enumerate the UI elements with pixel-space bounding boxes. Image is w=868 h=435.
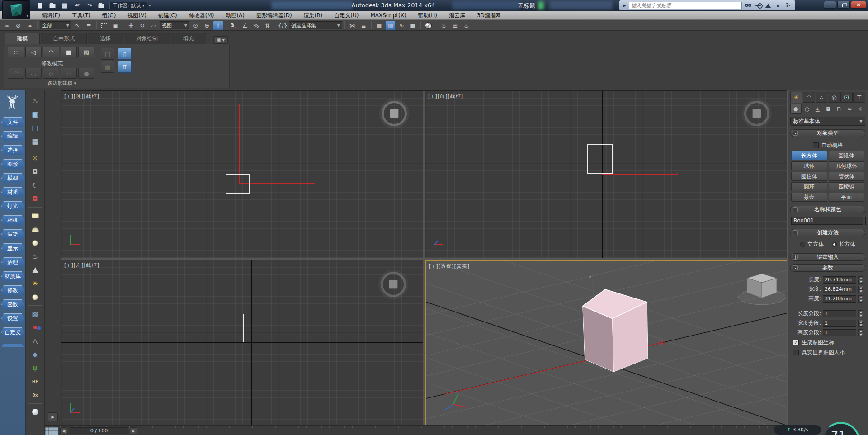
application-menu-button[interactable]: ▾ xyxy=(2,0,30,19)
vertex-mode-icon[interactable]: ∷ xyxy=(8,47,24,57)
sidebar-item-材质库[interactable]: 材质库 xyxy=(1,271,24,281)
named-selection-sets-dropdown[interactable]: 创建选择集▼ xyxy=(289,21,342,29)
previous-frame-icon[interactable]: ◀ xyxy=(60,427,67,434)
motion-tab[interactable]: ◎ xyxy=(828,92,840,103)
spinner-control[interactable]: ▲▼ xyxy=(858,295,863,303)
object-name-input[interactable] xyxy=(791,217,863,225)
dome-light-icon[interactable] xyxy=(32,222,39,236)
preview-multi-icon[interactable]: ◡ xyxy=(25,68,42,79)
modify-tab[interactable]: ◠ xyxy=(803,92,815,103)
pin-stack-icon[interactable]: ⇈ xyxy=(118,61,132,73)
sidebar-item-选择[interactable]: 选择 xyxy=(1,145,24,155)
preview-off-icon[interactable]: ◇ xyxy=(43,68,59,79)
spinner-control[interactable]: ▲▼ xyxy=(858,286,863,293)
width-field[interactable]: 26.824mm xyxy=(823,286,856,293)
object-color-swatch[interactable] xyxy=(865,217,866,225)
length-segs-field[interactable]: 1 xyxy=(823,310,856,317)
select-and-rotate-icon[interactable]: ↻ xyxy=(137,21,147,30)
redo-icon[interactable]: ↷▾ xyxy=(85,2,93,9)
white-sphere-icon[interactable] xyxy=(32,405,38,419)
selected-box-outline[interactable] xyxy=(587,144,613,174)
menu-item[interactable]: 组(G) xyxy=(97,11,122,20)
grass-icon[interactable]: ψ xyxy=(33,361,38,375)
menu-item[interactable]: 视图(V) xyxy=(122,11,152,20)
workspace-dropdown[interactable]: 工作区: 默认 ▾ xyxy=(109,2,147,9)
parameter-checkbox[interactable]: ✓ xyxy=(793,340,799,345)
sidebar-item-partial[interactable] xyxy=(1,344,24,347)
space-warps-category-icon[interactable]: ≈ xyxy=(844,104,855,114)
select-and-move-icon[interactable]: + xyxy=(126,21,136,30)
sidebar-item-模型[interactable]: 模型 xyxy=(1,173,24,183)
height-field[interactable]: 31.283mm xyxy=(823,295,856,303)
restore-button[interactable] xyxy=(837,1,850,9)
network-speed-widget[interactable]: ↑ 3.3K/s xyxy=(774,425,821,435)
menu-item[interactable]: 编辑(E) xyxy=(36,11,66,20)
molecule-icon[interactable] xyxy=(33,321,37,334)
object-type-圆环-button[interactable]: 圆环 xyxy=(791,182,827,191)
sidebar-item-清理[interactable]: 清理 xyxy=(1,257,24,267)
menu-item[interactable]: 工具(T) xyxy=(66,11,96,20)
viewport-label[interactable]: [+][透视][真实] xyxy=(429,263,470,270)
favorites-star-icon[interactable]: ★ xyxy=(774,2,782,9)
open-file-icon[interactable] xyxy=(48,2,57,9)
light-keyboard-icon[interactable]: ☼ xyxy=(32,151,38,165)
menu-item[interactable]: 动画(A) xyxy=(220,11,250,20)
bind-to-space-warp-icon[interactable]: ≈ xyxy=(24,21,35,30)
toolbar-overflow-icon[interactable]: ▶ xyxy=(48,412,58,421)
render-setup-icon[interactable]: ♨ xyxy=(439,21,449,30)
menu-item[interactable]: 渲染(R) xyxy=(298,11,328,20)
rendered-frame-window-icon[interactable]: ⊞ xyxy=(450,21,460,30)
rectangular-selection-region-icon[interactable] xyxy=(99,21,109,30)
object-type-管状体-button[interactable]: 管状体 xyxy=(829,172,865,181)
viewport-label[interactable]: [+][前][线框] xyxy=(428,93,463,99)
hair-hf-icon[interactable]: HF xyxy=(32,375,38,388)
selected-box-outline[interactable] xyxy=(226,174,250,194)
sidebar-item-显示[interactable]: 显示 xyxy=(1,243,24,253)
sidebar-item-函数[interactable]: 函数 xyxy=(1,299,24,309)
align-icon[interactable]: ≣ xyxy=(359,21,369,30)
plugin-teapot-icon[interactable]: ♨ xyxy=(32,94,38,108)
percent-snap-icon[interactable]: % xyxy=(251,21,261,30)
menu-item[interactable]: 图形编辑器(D) xyxy=(251,11,297,20)
menu-item[interactable]: 修改器(M) xyxy=(184,11,220,20)
time-slider[interactable]: 0 / 100 xyxy=(70,427,128,434)
sun-light-icon[interactable]: ☀ xyxy=(32,277,38,290)
pyramid-helper-icon[interactable]: △ xyxy=(33,334,38,348)
collapse-icon[interactable]: - xyxy=(793,265,798,270)
array-boxes-icon[interactable]: ▩ xyxy=(32,307,38,321)
sidebar-item-材质[interactable]: 材质 xyxy=(1,187,24,197)
camera-icon[interactable]: ◘ xyxy=(33,165,38,179)
ribbon-tab-active[interactable]: 建模 xyxy=(5,33,40,44)
collapse-icon[interactable]: - xyxy=(793,131,798,136)
width-segs-field[interactable]: 1 xyxy=(823,320,856,327)
spinner-control[interactable]: ▲▼ xyxy=(858,276,863,284)
rock-icon[interactable]: ◆ xyxy=(33,348,38,361)
rollout-header[interactable]: - 参数 xyxy=(790,264,865,272)
minimize-button[interactable]: — xyxy=(824,1,836,9)
search-icon[interactable] xyxy=(745,2,752,9)
mini-curve-editor-button[interactable] xyxy=(45,427,58,435)
edit-named-selection-sets-icon[interactable]: {/} xyxy=(278,21,288,30)
area-light-icon[interactable] xyxy=(32,209,39,222)
mirror-icon[interactable]: ⋈ xyxy=(347,21,358,30)
help-icon[interactable]: ?▾ xyxy=(784,2,792,9)
menu-item[interactable]: 溜云库 xyxy=(443,11,471,20)
spinner-snap-icon[interactable]: ⇅ xyxy=(262,21,273,30)
panel-grid-b-icon[interactable]: ▦ xyxy=(32,135,38,148)
spinner-control[interactable]: ▲▼ xyxy=(858,329,863,336)
collapse-icon[interactable]: - xyxy=(793,230,798,235)
cameras-category-icon[interactable]: ◘ xyxy=(823,104,834,114)
sidebar-item-文件[interactable]: 文件 xyxy=(1,117,24,127)
object-type-长方体-button[interactable]: 长方体 xyxy=(791,151,827,160)
select-by-name-icon[interactable]: ≡ xyxy=(84,21,94,30)
rollout-header[interactable]: - 名称和颜色 xyxy=(790,206,865,213)
panel-title[interactable]: 多边形建模 ▾ xyxy=(12,80,112,87)
unlink-selection-icon[interactable]: ⊘ xyxy=(13,21,24,30)
object-type-平面-button[interactable]: 平面 xyxy=(829,193,865,202)
selection-filter-dropdown[interactable]: 全部▼ xyxy=(40,21,71,29)
angle-snap-icon[interactable]: ∠ xyxy=(240,21,250,30)
ribbon-tab-inactive[interactable]: 选择 xyxy=(88,33,123,44)
viewport-front[interactable]: [+][前][线框] + xyxy=(425,91,788,258)
create-tab[interactable]: ☀ xyxy=(790,92,802,103)
sidebar-item-修改[interactable]: 修改 xyxy=(1,285,24,295)
